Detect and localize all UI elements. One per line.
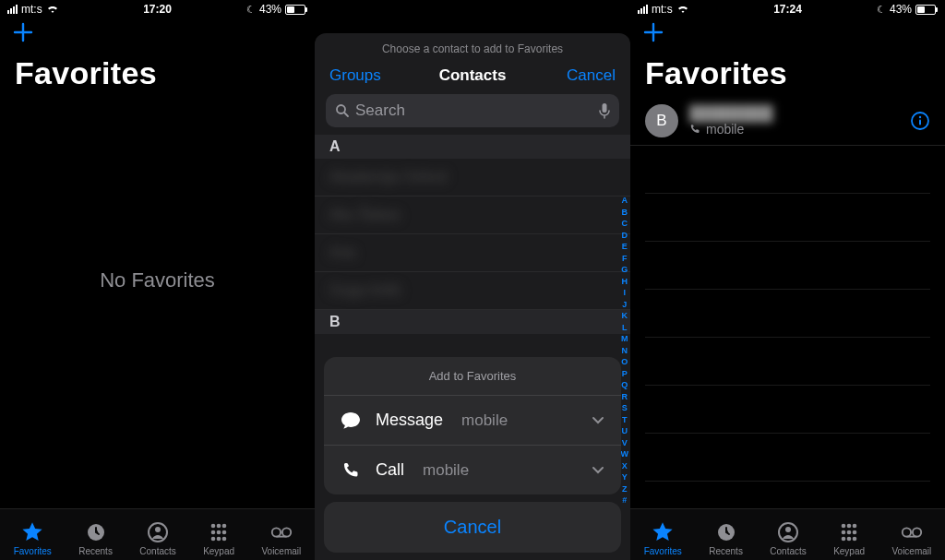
index-letter[interactable]: W	[621, 449, 629, 459]
battery-icon	[285, 5, 307, 15]
modal-title: Contacts	[439, 66, 507, 85]
tab-recents[interactable]: Recents	[78, 520, 113, 556]
svg-point-10	[217, 537, 221, 542]
carrier-label: mt:s	[652, 3, 673, 16]
svg-rect-20	[919, 120, 921, 125]
index-letter[interactable]: N	[622, 346, 628, 355]
index-letter[interactable]: #	[622, 495, 627, 505]
index-letter[interactable]: A	[622, 196, 628, 205]
info-button[interactable]	[910, 111, 930, 131]
index-letter[interactable]: P	[622, 369, 628, 378]
index-letter[interactable]: B	[622, 208, 628, 217]
index-letter[interactable]: D	[622, 231, 628, 240]
index-letter[interactable]: Y	[622, 472, 628, 482]
person-icon	[146, 520, 170, 544]
index-letter[interactable]: T	[622, 415, 628, 424]
svg-point-32	[853, 537, 857, 542]
sheet-cancel-button[interactable]: Cancel	[324, 502, 621, 553]
voicemail-icon	[900, 520, 924, 544]
svg-point-23	[785, 527, 791, 532]
index-letter[interactable]: M	[621, 334, 628, 343]
svg-point-19	[919, 116, 921, 118]
favorite-row[interactable]: B ████████ mobile	[630, 97, 945, 146]
page-title: Favorites	[630, 55, 945, 91]
signal-icon	[638, 5, 648, 14]
add-to-favorites-sheet: Add to Favorites Message mobile Call mob…	[324, 357, 621, 553]
add-favorite-button[interactable]	[0, 18, 46, 46]
alphabet-index[interactable]: ABCDEFGHIJKLMNOPQRSTUVWXYZ#	[621, 196, 629, 505]
wifi-icon	[676, 5, 689, 14]
screen-contact-picker: mt:s 17:23 ☾ 43% Choose a contact to add…	[315, 0, 630, 560]
index-letter[interactable]: J	[622, 300, 627, 309]
message-icon	[341, 411, 361, 430]
index-letter[interactable]: X	[622, 461, 628, 471]
sheet-call-row[interactable]: Call mobile	[324, 446, 621, 494]
clock-icon	[84, 520, 108, 544]
index-letter[interactable]: Z	[622, 484, 628, 494]
search-icon	[335, 103, 350, 118]
clock: 17:20	[143, 3, 172, 16]
clock-icon	[714, 520, 738, 544]
carrier-label: mt:s	[21, 3, 42, 16]
search-input[interactable]: Search	[326, 94, 619, 127]
add-favorite-button[interactable]	[630, 18, 676, 46]
favorite-name: ████████	[689, 105, 773, 122]
wifi-icon	[46, 5, 59, 14]
battery-icon	[915, 5, 938, 15]
search-placeholder: Search	[355, 101, 405, 120]
svg-point-25	[847, 524, 852, 529]
svg-point-33	[903, 528, 911, 536]
dnd-icon: ☾	[877, 4, 886, 16]
index-letter[interactable]: I	[623, 288, 626, 297]
index-letter[interactable]: O	[621, 357, 628, 366]
screen-favorites-empty: mt:s 17:20 ☾ 43% Favorites No Favorites …	[0, 0, 315, 560]
contact-row[interactable]: Aku Šabac	[315, 197, 630, 234]
index-letter[interactable]: Q	[621, 380, 628, 389]
phone-icon	[341, 461, 361, 480]
mic-icon[interactable]	[599, 102, 610, 119]
index-letter[interactable]: F	[622, 254, 628, 263]
tab-contacts[interactable]: Contacts	[770, 520, 806, 556]
index-letter[interactable]: U	[622, 426, 628, 435]
contact-row[interactable]: Goga Arifić	[315, 272, 630, 310]
status-bar: mt:s 17:24 ☾ 43%	[630, 0, 945, 18]
phone-icon	[689, 124, 700, 135]
section-header-b: B	[315, 310, 630, 334]
index-letter[interactable]: V	[622, 438, 628, 447]
tab-favorites[interactable]: Favorites	[644, 520, 682, 556]
tab-keypad[interactable]: Keypad	[833, 520, 865, 556]
contact-row[interactable]: Ana	[315, 234, 630, 272]
list-row-empty	[645, 242, 930, 290]
index-letter[interactable]: K	[622, 311, 628, 320]
status-bar: mt:s 17:20 ☾ 43%	[0, 0, 315, 18]
index-letter[interactable]: E	[622, 242, 628, 251]
contact-row[interactable]: Akademija Oxford	[315, 159, 630, 197]
index-letter[interactable]: R	[622, 392, 628, 401]
index-letter[interactable]: C	[622, 219, 628, 228]
modal-cancel-button[interactable]: Cancel	[567, 66, 616, 85]
sheet-sub-label: mobile	[461, 411, 508, 430]
svg-point-4	[217, 524, 221, 529]
sheet-message-row[interactable]: Message mobile	[324, 396, 621, 446]
keypad-icon	[837, 520, 861, 544]
tab-recents[interactable]: Recents	[709, 520, 743, 556]
index-letter[interactable]: S	[622, 403, 628, 412]
index-letter[interactable]: G	[621, 265, 628, 274]
index-letter[interactable]: L	[622, 323, 628, 332]
index-letter[interactable]: H	[622, 277, 628, 286]
groups-button[interactable]: Groups	[329, 66, 381, 85]
section-header-a: A	[315, 135, 630, 159]
svg-point-24	[842, 524, 846, 529]
dnd-icon: ☾	[246, 4, 256, 16]
svg-point-11	[222, 537, 227, 542]
tab-keypad[interactable]: Keypad	[203, 520, 234, 556]
tab-favorites[interactable]: Favorites	[14, 520, 52, 556]
screen-favorites-one: mt:s 17:24 ☾ 43% Favorites B ████████ mo…	[630, 0, 945, 560]
tab-voicemail[interactable]: Voicemail	[891, 520, 931, 556]
modal-prompt: Choose a contact to add to Favorites	[315, 33, 630, 61]
tab-contacts[interactable]: Contacts	[139, 520, 175, 556]
sheet-action-label: Message	[376, 411, 443, 430]
tab-voicemail[interactable]: Voicemail	[261, 520, 301, 556]
svg-point-34	[913, 528, 921, 536]
sheet-title: Add to Favorites	[324, 357, 621, 396]
